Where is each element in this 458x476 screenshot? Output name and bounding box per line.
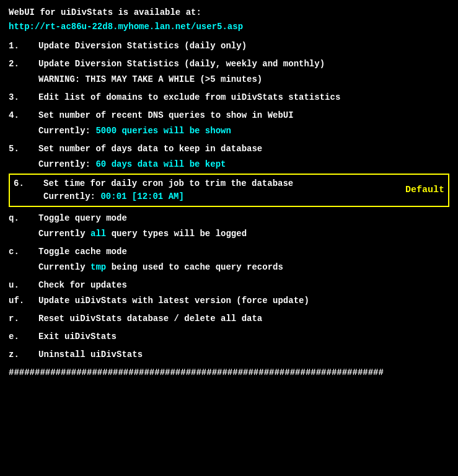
menu-text-u: Check for updates: [38, 279, 449, 292]
menu-item-6-row: 6. Set time for daily cron job to trim t…: [14, 177, 395, 190]
menu-key-2: 2.: [9, 58, 38, 71]
menu-key-r: r.: [9, 312, 38, 325]
menu-text-e: Exit uiDivStats: [38, 330, 449, 343]
menu-item-3[interactable]: 3. Edit list of domains to exclude from …: [9, 91, 449, 104]
menu-item-z[interactable]: z. Uninstall uiDivStats: [9, 348, 449, 361]
menu-sub-6: Currently: 00:01 [12:01 AM]: [43, 190, 184, 203]
menu-item-6-box[interactable]: 6. Set time for daily cron job to trim t…: [9, 174, 449, 207]
header-label: WebUI for uiDivStats is available at:: [9, 6, 449, 19]
default-label: Default: [405, 183, 444, 198]
menu-text-3: Edit list of domains to exclude from uiD…: [38, 91, 449, 104]
menu-key-z: z.: [9, 348, 38, 361]
menu-item-c[interactable]: c. Toggle cache mode: [9, 245, 449, 258]
menu-sub-4: Currently: 5000 queries will be shown: [9, 125, 449, 138]
menu-sub-5: Currently: 60 days data will be kept: [9, 158, 449, 171]
menu-key-6: 6.: [14, 177, 43, 190]
menu-key-e: e.: [9, 330, 38, 343]
menu-text-z: Uninstall uiDivStats: [38, 348, 449, 361]
menu-key-4: 4.: [9, 109, 38, 122]
menu-item-5[interactable]: 5. Set number of days data to keep in da…: [9, 143, 449, 156]
menu-item-6-content: 6. Set time for daily cron job to trim t…: [14, 177, 395, 203]
menu-sub-2: WARNING: THIS MAY TAKE A WHILE (>5 minut…: [9, 73, 449, 86]
menu-key-u: u.: [9, 279, 38, 292]
menu-key-1: 1.: [9, 40, 38, 53]
menu-item-uf[interactable]: uf. Update uiDivStats with latest versio…: [9, 294, 449, 307]
menu-item-r[interactable]: r. Reset uiDivStats database / delete al…: [9, 312, 449, 325]
menu-key-q: q.: [9, 212, 38, 225]
menu-item-u[interactable]: u. Check for updates: [9, 279, 449, 292]
menu-sub-c: Currently tmp being used to cache query …: [9, 261, 449, 274]
menu-sub-q: Currently all query types will be logged: [9, 227, 449, 240]
menu-item-4[interactable]: 4. Set number of recent DNS queries to s…: [9, 109, 449, 122]
menu-text-4: Set number of recent DNS queries to show…: [38, 109, 449, 122]
menu-text-1: Update Diversion Statistics (daily only): [38, 40, 449, 53]
menu-sub-6-row: Currently: 00:01 [12:01 AM]: [14, 190, 395, 203]
menu-text-uf: Update uiDivStats with latest version (f…: [38, 294, 449, 307]
menu-text-r: Reset uiDivStats database / delete all d…: [38, 312, 449, 325]
menu-text-c: Toggle cache mode: [38, 245, 449, 258]
menu-key-uf: uf.: [9, 294, 38, 307]
menu-item-1[interactable]: 1. Update Diversion Statistics (daily on…: [9, 40, 449, 53]
menu-item-2[interactable]: 2. Update Diversion Statistics (daily, w…: [9, 58, 449, 71]
menu-text-q: Toggle query mode: [38, 212, 449, 225]
menu-text-5: Set number of days data to keep in datab…: [38, 143, 449, 156]
header-link: http://rt-ac86u-22d8.myhome.lan.net/user…: [9, 20, 449, 33]
menu-key-5: 5.: [9, 143, 38, 156]
menu-item-q[interactable]: q. Toggle query mode: [9, 212, 449, 225]
menu-key-c: c.: [9, 245, 38, 258]
menu-text-6: Set time for daily cron job to trim the …: [43, 177, 293, 190]
menu-item-e[interactable]: e. Exit uiDivStats: [9, 330, 449, 343]
menu-text-2: Update Diversion Statistics (daily, week…: [38, 58, 449, 71]
divider: ########################################…: [9, 366, 449, 379]
menu-key-3: 3.: [9, 91, 38, 104]
